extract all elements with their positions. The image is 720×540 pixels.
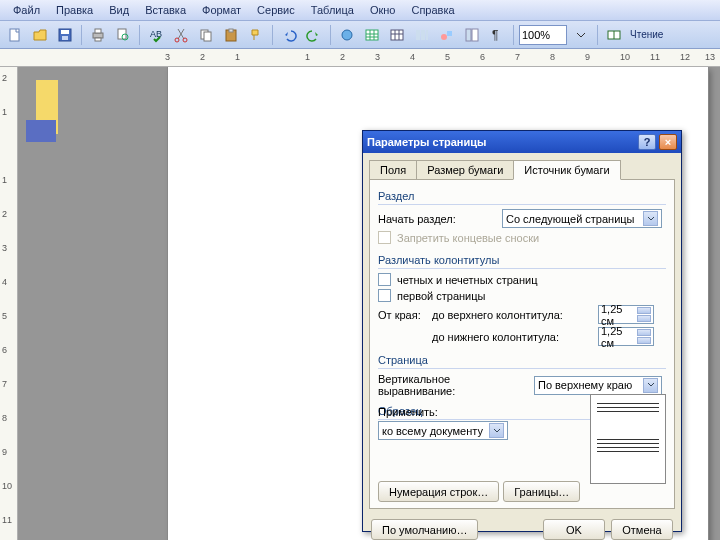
tab-paper-source[interactable]: Источник бумаги: [513, 160, 620, 180]
paste-icon[interactable]: [220, 24, 242, 46]
line-numbers-button[interactable]: Нумерация строк…: [378, 481, 499, 502]
default-button[interactable]: По умолчанию…: [371, 519, 478, 540]
show-formatting-icon[interactable]: ¶: [486, 24, 508, 46]
ruler-tick: 1: [2, 175, 7, 185]
ruler-tick: 3: [375, 52, 380, 62]
menu-tools[interactable]: Сервис: [250, 2, 302, 18]
save-icon[interactable]: [54, 24, 76, 46]
copy-icon[interactable]: [195, 24, 217, 46]
svg-point-10: [175, 38, 179, 42]
insert-hyperlink-icon[interactable]: [336, 24, 358, 46]
ruler-tick: 13: [705, 52, 715, 62]
dialog-title: Параметры страницы: [367, 136, 486, 148]
menubar: Файл Правка Вид Вставка Формат Сервис Та…: [0, 0, 720, 21]
ruler-tick: 1: [305, 52, 310, 62]
spin-up-icon[interactable]: [637, 307, 651, 314]
ruler-tick: 12: [680, 52, 690, 62]
spin-down-icon[interactable]: [637, 315, 651, 322]
ruler-tick: 11: [2, 515, 12, 525]
valign-value: По верхнему краю: [538, 379, 632, 391]
ruler-tick: 4: [2, 277, 7, 287]
menu-insert[interactable]: Вставка: [138, 2, 193, 18]
valign-combo[interactable]: По верхнему краю: [534, 376, 662, 395]
read-mode-icon[interactable]: [603, 24, 625, 46]
svg-rect-24: [466, 29, 471, 41]
columns-icon[interactable]: [411, 24, 433, 46]
svg-rect-21: [426, 30, 428, 40]
insert-table-icon[interactable]: [386, 24, 408, 46]
menu-help[interactable]: Справка: [404, 2, 461, 18]
ruler-tick: 8: [550, 52, 555, 62]
footer-distance-value: 1,25 см: [601, 325, 637, 349]
start-section-value: Со следующей страницы: [506, 213, 635, 225]
ruler-tick: 6: [480, 52, 485, 62]
suppress-endnotes-checkbox: [378, 231, 391, 244]
header-distance-value: 1,25 см: [601, 303, 637, 327]
new-doc-icon[interactable]: [4, 24, 26, 46]
ruler-vertical[interactable]: 2 1 1 2 3 4 5 6 7 8 9 10 11 12: [0, 67, 18, 540]
svg-rect-19: [416, 30, 420, 40]
cancel-button[interactable]: Отмена: [611, 519, 673, 540]
print-preview-icon[interactable]: [112, 24, 134, 46]
svg-point-16: [342, 30, 352, 40]
menu-file[interactable]: Файл: [6, 2, 47, 18]
ruler-tick: 9: [2, 447, 7, 457]
ruler-tick: 9: [585, 52, 590, 62]
ruler-tick: 10: [620, 52, 630, 62]
suppress-endnotes-label: Запретить концевые сноски: [397, 232, 539, 244]
slide-decoration: [26, 80, 62, 160]
zoom-dropdown-icon[interactable]: [570, 24, 592, 46]
menu-table[interactable]: Таблица: [304, 2, 361, 18]
spin-up-icon[interactable]: [637, 329, 651, 336]
document-map-icon[interactable]: [461, 24, 483, 46]
dialog-button-row: По умолчанию… OK Отмена: [363, 515, 681, 540]
ruler-tick: 3: [165, 52, 170, 62]
menu-edit[interactable]: Правка: [49, 2, 100, 18]
apply-to-combo[interactable]: ко всему документу: [378, 421, 508, 440]
redo-icon[interactable]: [303, 24, 325, 46]
tab-fields[interactable]: Поля: [369, 160, 417, 180]
cut-icon[interactable]: [170, 24, 192, 46]
svg-rect-20: [421, 30, 425, 40]
borders-button[interactable]: Границы…: [503, 481, 580, 502]
tab-paper-size[interactable]: Размер бумаги: [416, 160, 514, 180]
start-section-label: Начать раздел:: [378, 213, 496, 225]
svg-point-11: [183, 38, 187, 42]
svg-point-22: [441, 34, 447, 40]
open-icon[interactable]: [29, 24, 51, 46]
svg-rect-3: [62, 36, 68, 40]
tables-icon[interactable]: [361, 24, 383, 46]
svg-rect-13: [204, 32, 211, 41]
read-mode-label: Чтение: [630, 29, 663, 40]
menu-view[interactable]: Вид: [102, 2, 136, 18]
dialog-titlebar[interactable]: Параметры страницы ? ×: [363, 131, 681, 153]
header-distance-spinner[interactable]: 1,25 см: [598, 305, 654, 324]
odd-even-label: четных и нечетных страниц: [397, 274, 537, 286]
ruler-tick: 5: [2, 311, 7, 321]
format-painter-icon[interactable]: [245, 24, 267, 46]
start-section-combo[interactable]: Со следующей страницы: [502, 209, 662, 228]
menu-format[interactable]: Формат: [195, 2, 248, 18]
group-section: Раздел: [378, 190, 666, 202]
first-page-checkbox[interactable]: [378, 289, 391, 302]
svg-rect-15: [229, 29, 233, 32]
odd-even-checkbox[interactable]: [378, 273, 391, 286]
svg-rect-6: [95, 38, 101, 41]
print-icon[interactable]: [87, 24, 109, 46]
footer-distance-spinner[interactable]: 1,25 см: [598, 327, 654, 346]
zoom-combo[interactable]: 100%: [519, 25, 567, 45]
menu-window[interactable]: Окно: [363, 2, 403, 18]
chevron-down-icon: [489, 423, 504, 438]
undo-icon[interactable]: [278, 24, 300, 46]
spellcheck-icon[interactable]: AB: [145, 24, 167, 46]
chevron-down-icon: [643, 211, 658, 226]
help-button[interactable]: ?: [638, 134, 656, 150]
close-button[interactable]: ×: [659, 134, 677, 150]
ruler-tick: 2: [2, 209, 7, 219]
spin-down-icon[interactable]: [637, 337, 651, 344]
ruler-horizontal[interactable]: 3 2 1 1 2 3 4 5 6 7 8 9 10 11 12 13: [0, 49, 720, 67]
svg-rect-0: [10, 29, 19, 41]
drawing-icon[interactable]: [436, 24, 458, 46]
chevron-down-icon: [643, 378, 658, 393]
ok-button[interactable]: OK: [543, 519, 605, 540]
